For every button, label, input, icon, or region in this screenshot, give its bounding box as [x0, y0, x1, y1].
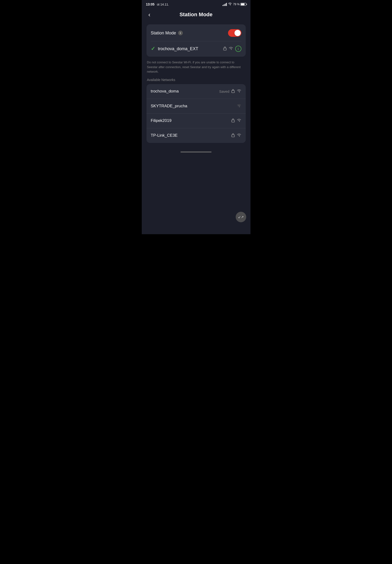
network-name: Filipek2019 [151, 118, 172, 123]
phone-frame: 13:05 út 14.11. 79 % [142, 0, 251, 234]
network-wifi-icon [237, 104, 241, 109]
connected-ssid: trochova_doma_EXT [158, 46, 220, 51]
station-mode-toggle[interactable] [228, 29, 241, 37]
floating-collapse-button[interactable]: ↙↗ [236, 212, 246, 222]
network-wifi-icon [237, 89, 241, 94]
network-lock-icon [231, 133, 235, 138]
battery-fill [241, 3, 245, 5]
network-name: trochova_doma [151, 89, 179, 94]
network-right: Saved [219, 89, 241, 94]
networks-card: trochova_doma Saved [147, 84, 246, 143]
network-right [231, 118, 241, 123]
svg-rect-1 [232, 91, 235, 93]
toggle-knob [235, 30, 241, 36]
status-bar: 13:05 út 14.11. 79 % [142, 0, 251, 8]
network-name: TP-Link_CE3E [151, 133, 178, 138]
svg-rect-2 [232, 120, 235, 122]
back-button[interactable]: ‹ [147, 10, 153, 19]
saved-badge: Saved [219, 89, 229, 94]
station-mode-card: Station Mode i ✓ trochova_doma_EXT [147, 24, 246, 57]
svg-rect-3 [232, 135, 235, 137]
network-name: SKYTRADE_prucha [151, 104, 187, 109]
network-right [231, 133, 241, 138]
network-item[interactable]: trochova_doma Saved [147, 84, 246, 99]
connected-info-button[interactable]: i [235, 46, 241, 52]
page-title: Station Mode [180, 12, 212, 18]
connected-lock-icon [223, 46, 227, 51]
status-date: út 14.11. [157, 3, 169, 6]
status-time: 13:05 [146, 2, 155, 6]
network-right [237, 104, 241, 109]
signal-bars [223, 3, 227, 6]
signal-bar-3 [225, 4, 226, 6]
svg-rect-0 [224, 48, 226, 50]
network-lock-icon [231, 118, 235, 123]
connected-icons: i [223, 46, 241, 52]
network-item[interactable]: TP-Link_CE3E [147, 128, 246, 143]
toggle-row: Station Mode i [151, 29, 241, 41]
signal-bar-4 [226, 3, 227, 6]
signal-bar-2 [224, 4, 224, 6]
battery-container: 79 % [233, 3, 246, 6]
network-wifi-icon [237, 118, 241, 123]
battery-icon [240, 3, 246, 6]
network-wifi-icon [237, 133, 241, 138]
status-right: 79 % [223, 2, 246, 6]
toggle-label-container: Station Mode i [151, 31, 183, 36]
home-indicator [181, 151, 211, 152]
header: ‹ Station Mode [147, 12, 246, 18]
collapse-icon: ↙↗ [238, 215, 244, 219]
network-item[interactable]: Filipek2019 [147, 113, 246, 128]
station-mode-info-icon[interactable]: i [178, 31, 183, 35]
wifi-status-icon [228, 2, 232, 6]
signal-bar-1 [223, 5, 223, 6]
battery-text: 79 % [233, 3, 239, 6]
connected-check-icon: ✓ [151, 46, 155, 52]
connected-network-row: ✓ trochova_doma_EXT [151, 46, 241, 52]
connected-wifi-icon [228, 46, 233, 51]
network-item[interactable]: SKYTRADE_prucha [147, 99, 246, 113]
main-content: ‹ Station Mode Station Mode i ✓ tr [142, 8, 251, 147]
station-mode-label: Station Mode [151, 31, 176, 36]
network-lock-icon [231, 89, 235, 94]
available-networks-label: Available Networks [147, 78, 246, 82]
disclaimer-text: Do not connect to Seestar Wi-Fi. if you … [147, 60, 246, 74]
status-left: 13:05 út 14.11. [146, 2, 169, 6]
